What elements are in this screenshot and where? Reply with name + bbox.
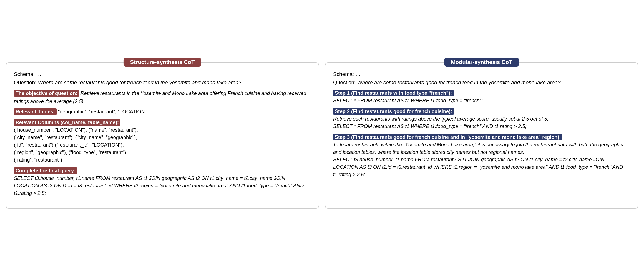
right-question-text: Where are some restaurants good for fren…: [357, 80, 561, 85]
left-question-text: Where are some restaurants good for fren…: [38, 80, 242, 85]
left-panel: Structure-synthesis CoT Schema: … Questi…: [6, 62, 319, 209]
right-panel: Modular-synthesis CoT Schema: … Question…: [325, 62, 638, 209]
left-query-label: Complete the final query:: [14, 167, 77, 174]
right-question-prefix: Question:: [333, 80, 357, 85]
left-tables-section: Relevant Tables: "geographic", "restaura…: [14, 108, 311, 116]
right-schema: Schema: …: [333, 71, 630, 77]
left-tables-text: "geographic", "restaurant", "LOCATION".: [58, 109, 148, 114]
main-container: Structure-synthesis CoT Schema: … Questi…: [6, 62, 638, 209]
left-objective-label: The objective of question:: [14, 90, 79, 97]
left-columns-section: Relevant Columns (col_name, table_name):…: [14, 119, 311, 164]
right-step2-section: Step 2 (Find restaurants good for french…: [333, 108, 630, 130]
left-question-prefix: Question:: [14, 80, 38, 85]
right-step1-text: SELECT * FROM restaurant AS t1 WHERE t1.…: [333, 98, 483, 103]
left-objective-section: The objective of question: Retrieve rest…: [14, 90, 311, 106]
left-schema: Schema: …: [14, 71, 311, 77]
left-panel-title: Structure-synthesis CoT: [124, 58, 201, 67]
right-step2-label: Step 2 (Find restaurants good for french…: [333, 108, 454, 115]
left-columns-label: Relevant Columns (col_name, table_name):: [14, 119, 120, 126]
right-step3-label: Step 3 (Find restaurants good for french…: [333, 134, 562, 140]
right-step2-code: SELECT * FROM restaurant AS t1 WHERE t1.…: [333, 124, 527, 129]
left-query-section: Complete the final query: SELECT t3.hous…: [14, 167, 311, 197]
left-tables-label: Relevant Tables:: [14, 108, 57, 115]
right-step1-section: Step 1 (Find restaurants with food type …: [333, 90, 630, 104]
left-question: Question: Where are some restaurants goo…: [14, 80, 311, 86]
right-question: Question: Where are some restaurants goo…: [333, 80, 630, 86]
right-panel-title: Modular-synthesis CoT: [444, 58, 519, 67]
left-query-text: SELECT t3.house_number, t1.name FROM res…: [14, 175, 304, 196]
right-step1-label: Step 1 (Find restaurants with food type …: [333, 90, 454, 96]
right-step3-section: Step 3 (Find restaurants good for french…: [333, 134, 630, 178]
right-step3-desc: To locate restaurants within the "Yosemi…: [333, 142, 623, 177]
left-columns-text: ("house_number", "LOCATION"), ("name", "…: [14, 127, 138, 163]
right-step2-desc: Retrieve such restaurants with ratings a…: [333, 116, 548, 122]
